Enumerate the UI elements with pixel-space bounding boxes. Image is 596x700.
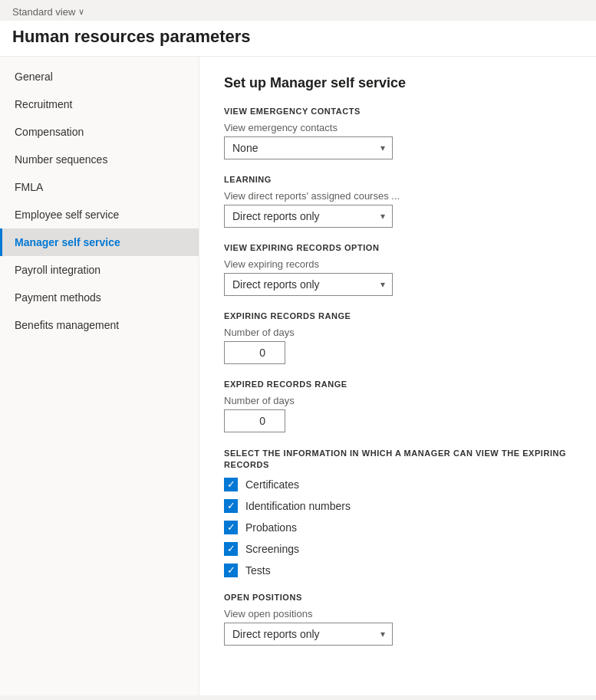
certificates-checkbox[interactable]: ✓ (224, 478, 238, 491)
screenings-label: Screenings (245, 543, 299, 555)
view-expiring-records-select[interactable]: Direct reports only All reports None (224, 273, 393, 296)
sidebar-item-fmla[interactable]: FMLA (0, 173, 199, 201)
screenings-checkbox[interactable]: ✓ (224, 542, 238, 556)
view-emergency-contacts-select[interactable]: None Direct reports only All reports (224, 136, 393, 159)
expired-records-range-label: Number of days (224, 395, 571, 406)
probations-checkbox[interactable]: ✓ (224, 521, 238, 534)
chevron-down-icon: ∨ (78, 7, 84, 17)
learning-group: LEARNING View direct reports' assigned c… (224, 175, 571, 228)
sidebar-item-employee-self-service[interactable]: Employee self service (0, 201, 199, 228)
select-info-group: SELECT THE INFORMATION IN WHICH A MANAGE… (224, 448, 571, 577)
standard-view-label[interactable]: Standard view (12, 6, 75, 18)
check-icon: ✓ (227, 479, 235, 489)
learning-select-wrapper: Direct reports only All reports None ▾ (224, 205, 393, 228)
expiring-records-range-label: Number of days (224, 327, 571, 338)
top-bar: Standard view ∨ (0, 0, 596, 21)
open-positions-label-upper: OPEN POSITIONS (224, 593, 571, 602)
check-icon: ✓ (227, 565, 235, 575)
view-emergency-contacts-label-upper: VIEW EMERGENCY CONTACTS (224, 107, 571, 116)
sidebar-item-manager-self-service[interactable]: Manager self service (0, 228, 199, 256)
open-positions-label: View open positions (224, 608, 571, 619)
main-layout: General Recruitment Compensation Number … (0, 57, 596, 695)
view-emergency-contacts-label: View emergency contacts (224, 122, 571, 133)
expiring-records-range-label-upper: EXPIRING RECORDS RANGE (224, 311, 571, 320)
section-title: Set up Manager self service (224, 75, 571, 91)
sidebar-item-benefits-management[interactable]: Benefits management (0, 311, 199, 339)
view-emergency-contacts-group: VIEW EMERGENCY CONTACTS View emergency c… (224, 107, 571, 159)
tests-checkbox[interactable]: ✓ (224, 564, 238, 577)
check-icon: ✓ (227, 501, 235, 511)
tests-label: Tests (245, 564, 271, 577)
page-title: Human resources parameters (0, 21, 596, 57)
open-positions-select-wrapper: Direct reports only All reports None ▾ (224, 623, 393, 646)
expiring-records-range-group: EXPIRING RECORDS RANGE Number of days (224, 311, 571, 364)
open-positions-select[interactable]: Direct reports only All reports None (224, 623, 393, 646)
sidebar-item-general[interactable]: General (0, 63, 199, 90)
check-icon: ✓ (227, 522, 235, 532)
learning-select[interactable]: Direct reports only All reports None (224, 205, 393, 228)
select-info-label: SELECT THE INFORMATION IN WHICH A MANAGE… (224, 448, 571, 472)
sidebar-item-compensation[interactable]: Compensation (0, 118, 199, 146)
checkbox-item-identification-numbers[interactable]: ✓ Identification numbers (224, 499, 571, 513)
view-expiring-records-select-wrapper: Direct reports only All reports None ▾ (224, 273, 393, 296)
view-emergency-contacts-select-wrapper: None Direct reports only All reports ▾ (224, 136, 393, 159)
checkbox-group: ✓ Certificates ✓ Identification numbers … (224, 478, 571, 577)
learning-label-upper: LEARNING (224, 175, 571, 184)
content-area: Set up Manager self service VIEW EMERGEN… (199, 57, 596, 695)
sidebar-item-payment-methods[interactable]: Payment methods (0, 284, 199, 311)
check-icon: ✓ (227, 544, 235, 554)
expired-records-range-input[interactable] (224, 409, 285, 432)
expired-records-range-label-upper: EXPIRED RECORDS RANGE (224, 380, 571, 389)
identification-numbers-checkbox[interactable]: ✓ (224, 499, 238, 513)
learning-label: View direct reports' assigned courses ..… (224, 190, 571, 202)
view-expiring-records-group: VIEW EXPIRING RECORDS OPTION View expiri… (224, 243, 571, 296)
sidebar-item-recruitment[interactable]: Recruitment (0, 90, 199, 118)
checkbox-item-certificates[interactable]: ✓ Certificates (224, 478, 571, 491)
identification-numbers-label: Identification numbers (245, 500, 351, 512)
sidebar-item-number-sequences[interactable]: Number sequences (0, 146, 199, 173)
expiring-records-range-input[interactable] (224, 341, 285, 364)
checkbox-item-screenings[interactable]: ✓ Screenings (224, 542, 571, 556)
sidebar-item-payroll-integration[interactable]: Payroll integration (0, 256, 199, 284)
checkbox-item-probations[interactable]: ✓ Probations (224, 521, 571, 534)
view-expiring-records-label-upper: VIEW EXPIRING RECORDS OPTION (224, 243, 571, 252)
open-positions-group: OPEN POSITIONS View open positions Direc… (224, 593, 571, 646)
sidebar: General Recruitment Compensation Number … (0, 57, 199, 695)
certificates-label: Certificates (245, 478, 299, 491)
view-expiring-records-label: View expiring records (224, 258, 571, 270)
probations-label: Probations (245, 521, 297, 534)
expired-records-range-group: EXPIRED RECORDS RANGE Number of days (224, 380, 571, 432)
checkbox-item-tests[interactable]: ✓ Tests (224, 564, 571, 577)
